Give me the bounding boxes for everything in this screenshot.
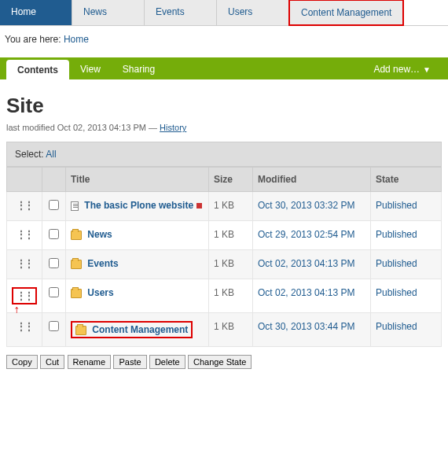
modified-link[interactable]: Oct 30, 2013 03:32 PM	[258, 200, 354, 211]
modified-link[interactable]: Oct 02, 2013 04:13 PM	[258, 258, 354, 269]
select-bar: Select: All	[6, 142, 442, 167]
item-title-link[interactable]: News	[87, 229, 112, 240]
modified-link[interactable]: Oct 02, 2013 04:13 PM	[258, 287, 354, 298]
col-modified[interactable]: Modified	[253, 168, 371, 192]
copy-button[interactable]: Copy	[6, 355, 38, 369]
row-checkbox[interactable]	[49, 287, 59, 297]
state-link[interactable]: Published	[376, 321, 417, 332]
bulk-actions: Copy Cut Rename Paste Delete Change Stat…	[6, 355, 442, 369]
last-modified: last modified Oct 02, 2013 04:13 PM — Hi…	[6, 123, 442, 132]
item-title-link[interactable]: Events	[87, 258, 118, 269]
size-cell: 1 KB	[209, 313, 253, 347]
table-row: ⋮⋮ Content Management1 KBOct 30, 2013 03…	[7, 313, 442, 347]
drag-handle-icon[interactable]: ⋮⋮	[17, 258, 32, 269]
item-title-link[interactable]: Users	[87, 287, 113, 298]
add-new-label: Add new…	[373, 64, 420, 75]
table-row: ⋮⋮ News1 KBOct 29, 2013 02:54 PMPublishe…	[7, 221, 442, 250]
row-checkbox[interactable]	[49, 321, 59, 331]
col-size[interactable]: Size	[209, 168, 253, 192]
select-all-link[interactable]: All	[46, 149, 56, 160]
lastmod-sep: —	[146, 123, 160, 132]
content-tabs: Contents View Sharing Add new…▼	[0, 57, 448, 79]
size-cell: 1 KB	[209, 279, 253, 313]
col-drag	[7, 168, 42, 192]
lastmod-prefix: last modified	[6, 123, 57, 132]
folder-icon	[71, 260, 82, 269]
tab-view[interactable]: View	[69, 59, 112, 79]
change-state-button[interactable]: Change State	[188, 355, 252, 369]
table-header-row: Title Size Modified State	[7, 168, 442, 192]
state-link[interactable]: Published	[376, 287, 417, 298]
private-marker-icon	[196, 203, 202, 208]
contents-table: Title Size Modified State ⋮⋮ The basic P…	[6, 167, 442, 347]
breadcrumb-home[interactable]: Home	[64, 34, 89, 45]
row-checkbox[interactable]	[49, 200, 59, 210]
rename-button[interactable]: Rename	[68, 355, 112, 369]
lastmod-value: Oct 02, 2013 04:13 PM	[57, 123, 146, 132]
chevron-down-icon: ▼	[423, 65, 431, 74]
top-nav: HomeNewsEventsUsersContent Management	[0, 0, 448, 26]
add-new-menu[interactable]: Add new…▼	[362, 59, 442, 79]
table-row: ⋮⋮↑ Users1 KBOct 02, 2013 04:13 PMPublis…	[7, 279, 442, 313]
item-title-link[interactable]: The basic Plone website	[84, 200, 193, 211]
breadcrumb: You are here: Home	[0, 26, 448, 57]
col-title[interactable]: Title	[66, 168, 209, 192]
topnav-item-news[interactable]: News	[72, 0, 145, 25]
main-content: Site last modified Oct 02, 2013 04:13 PM…	[0, 79, 448, 375]
tab-sharing[interactable]: Sharing	[112, 59, 166, 79]
document-icon	[71, 201, 79, 211]
state-link[interactable]: Published	[376, 258, 417, 269]
drag-handle-icon[interactable]: ⋮⋮	[17, 290, 32, 301]
modified-link[interactable]: Oct 29, 2013 02:54 PM	[258, 229, 354, 240]
state-link[interactable]: Published	[376, 200, 417, 211]
topnav-item-content-management[interactable]: Content Management	[288, 0, 404, 26]
breadcrumb-prefix: You are here:	[5, 34, 64, 45]
page-title: Site	[6, 94, 442, 118]
cut-button[interactable]: Cut	[40, 355, 64, 369]
folder-icon	[75, 326, 86, 335]
drag-handle-icon[interactable]: ⋮⋮	[17, 229, 32, 240]
select-label: Select:	[15, 149, 46, 160]
drag-handle-icon[interactable]: ⋮⋮	[17, 200, 32, 211]
table-row: ⋮⋮ Events1 KBOct 02, 2013 04:13 PMPublis…	[7, 250, 442, 279]
state-link[interactable]: Published	[376, 229, 417, 240]
size-cell: 1 KB	[209, 250, 253, 279]
topnav-item-users[interactable]: Users	[217, 0, 289, 25]
item-title-link[interactable]: Content Management	[92, 324, 188, 335]
paste-button[interactable]: Paste	[113, 355, 146, 369]
size-cell: 1 KB	[209, 192, 253, 221]
table-row: ⋮⋮ The basic Plone website1 KBOct 30, 20…	[7, 192, 442, 221]
col-checkbox	[42, 168, 66, 192]
history-link[interactable]: History	[160, 123, 186, 132]
col-state[interactable]: State	[371, 168, 442, 192]
drag-handle-icon[interactable]: ⋮⋮	[17, 321, 32, 332]
modified-link[interactable]: Oct 30, 2013 03:44 PM	[258, 321, 354, 332]
row-checkbox[interactable]	[49, 258, 59, 268]
topnav-item-home[interactable]: Home	[0, 0, 72, 25]
row-checkbox[interactable]	[49, 229, 59, 239]
size-cell: 1 KB	[209, 221, 253, 250]
folder-icon	[71, 289, 82, 298]
topnav-item-events[interactable]: Events	[145, 0, 217, 25]
folder-icon	[71, 231, 82, 240]
tab-contents[interactable]: Contents	[6, 60, 69, 80]
delete-button[interactable]: Delete	[149, 355, 185, 369]
